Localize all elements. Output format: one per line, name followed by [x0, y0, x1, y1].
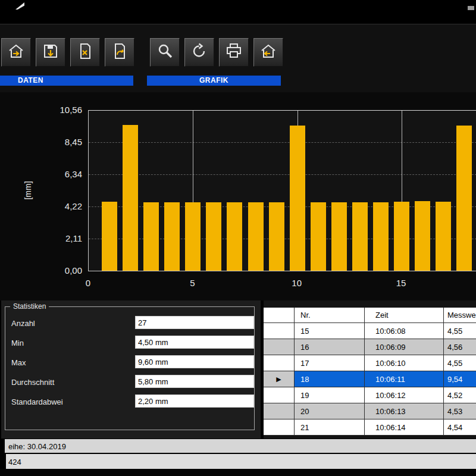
- stat-row: Durchschnitt: [5, 373, 254, 393]
- cell-zeit[interactable]: 10:06:14: [365, 419, 444, 436]
- row-selector[interactable]: ▶: [264, 371, 295, 387]
- h-gridline: [89, 142, 476, 143]
- min-label: Min: [11, 339, 24, 347]
- chart-bar: [185, 202, 201, 271]
- statistics-panel: Statistiken AnzahlMinMaxDurchschnittStan…: [1, 300, 261, 439]
- table-row[interactable]: 1910:06:124,52: [264, 387, 476, 403]
- column-header-nr[interactable]: Nr.: [295, 308, 365, 323]
- logo-mark: [15, 2, 24, 10]
- max-label: Max: [11, 358, 26, 367]
- save-icon: [42, 42, 60, 62]
- stat-row: Min: [5, 334, 254, 353]
- save-data-button[interactable]: [36, 38, 65, 67]
- status-text: eihe: 30.04.2019: [8, 441, 66, 450]
- max-input[interactable]: [135, 355, 254, 368]
- chart-bar: [227, 202, 242, 271]
- table-row[interactable]: 2110:06:144,54: [264, 419, 476, 436]
- y-tick-label: 2,11: [0, 233, 83, 244]
- statistics-groupbox: Statistiken AnzahlMinMaxDurchschnittStan…: [5, 306, 255, 430]
- chart-plot: [88, 110, 476, 271]
- chart-bar: [394, 202, 409, 271]
- row-selector[interactable]: [264, 355, 295, 371]
- durchschnitt-label: Durchschnitt: [11, 378, 54, 387]
- chart-bar: [164, 202, 180, 271]
- refresh-button[interactable]: [184, 38, 214, 67]
- cell-zeit[interactable]: 10:06:11: [365, 371, 444, 387]
- cell-nr[interactable]: 21: [295, 419, 365, 436]
- cell-zeit[interactable]: 10:06:09: [365, 339, 444, 355]
- cell-messwert[interactable]: 4,55: [444, 323, 476, 339]
- window-corner-mark: [468, 6, 474, 10]
- cell-zeit[interactable]: 10:06:12: [365, 387, 444, 403]
- document-edit-icon: [111, 42, 129, 62]
- row-selector[interactable]: [264, 339, 295, 355]
- chart-bar: [248, 202, 264, 271]
- cell-zeit[interactable]: 10:06:13: [365, 403, 444, 419]
- cell-messwert[interactable]: 4,53: [444, 403, 476, 419]
- grid-header-row: Nr.ZeitMesswert: [264, 308, 476, 323]
- zoom-button[interactable]: [150, 38, 180, 67]
- cell-zeit[interactable]: 10:06:10: [365, 355, 444, 371]
- cell-nr[interactable]: 20: [295, 403, 365, 419]
- chart-bar: [102, 202, 117, 271]
- chart-bar: [373, 202, 389, 271]
- cell-messwert[interactable]: 4,54: [444, 419, 476, 436]
- y-tick-label: 6,34: [0, 169, 83, 180]
- status-bar: eihe: 30.04.2019: [0, 439, 476, 453]
- cell-nr[interactable]: 19: [295, 387, 365, 403]
- row-selector[interactable]: [264, 419, 295, 436]
- stat-row: Standardabwei: [5, 393, 254, 412]
- h-gridline: [89, 110, 476, 111]
- grafik-button-group: [150, 38, 283, 67]
- daten-button-group: [1, 38, 134, 67]
- row-selector[interactable]: [264, 323, 295, 339]
- delete-record-button[interactable]: [70, 38, 100, 67]
- h-gridline: [89, 174, 476, 175]
- document-delete-icon: [76, 42, 94, 62]
- cell-messwert[interactable]: 4,55: [444, 355, 476, 371]
- grafik-group-label: GRAFIK: [147, 76, 281, 86]
- print-button[interactable]: [219, 38, 249, 67]
- chart-area: [mm] 0,002,114,226,348,4510,56051015: [0, 92, 476, 300]
- table-row[interactable]: 1610:06:094,56: [264, 339, 476, 355]
- row-selector[interactable]: [264, 403, 295, 419]
- x-tick-label: 10: [282, 278, 312, 288]
- footer-text: 424: [8, 457, 21, 466]
- table-row[interactable]: 1510:06:084,55: [264, 323, 476, 339]
- cell-zeit[interactable]: 10:06:08: [365, 323, 444, 339]
- table-row[interactable]: 1710:06:104,55: [264, 355, 476, 371]
- statistics-fields: AnzahlMinMaxDurchschnittStandardabwei: [5, 314, 254, 412]
- durchschnitt-input[interactable]: [135, 375, 254, 388]
- toolbar: DATEN GRAFIK: [0, 24, 476, 92]
- footer-left-notch: [0, 454, 6, 469]
- grid-corner: [264, 308, 295, 323]
- y-tick-label: 0,00: [0, 265, 83, 276]
- cell-nr[interactable]: 18: [295, 371, 365, 387]
- import-data-button[interactable]: [1, 38, 31, 67]
- x-tick-label: 5: [177, 278, 207, 288]
- app-window: DATEN GRAFIK [mm] 0,002,114,226,348,4510…: [0, 0, 476, 476]
- export-graphic-button[interactable]: [253, 38, 283, 67]
- cell-messwert[interactable]: 4,56: [444, 339, 476, 355]
- row-selector[interactable]: [264, 387, 295, 403]
- cell-nr[interactable]: 15: [295, 323, 365, 339]
- cell-messwert[interactable]: 9,54: [444, 371, 476, 387]
- chart-bar: [352, 202, 368, 271]
- min-input[interactable]: [135, 336, 254, 349]
- edit-record-button[interactable]: [105, 38, 134, 67]
- table-row[interactable]: 2010:06:134,53: [264, 403, 476, 419]
- column-header-zeit[interactable]: Zeit: [365, 308, 444, 323]
- y-tick-label: 4,22: [0, 201, 83, 212]
- cell-messwert[interactable]: 4,52: [444, 387, 476, 403]
- chart-bar: [456, 126, 472, 271]
- standardabweichung-input[interactable]: [135, 394, 254, 408]
- titlebar: [0, 0, 476, 24]
- cell-nr[interactable]: 16: [295, 339, 365, 355]
- column-header-messwert[interactable]: Messwert: [444, 308, 476, 323]
- measurement-table-panel: Nr.ZeitMesswert1510:06:084,551610:06:094…: [264, 300, 476, 439]
- cell-nr[interactable]: 17: [295, 355, 365, 371]
- chart-bar: [436, 202, 451, 271]
- table-row[interactable]: ▶1810:06:119,54: [264, 371, 476, 387]
- chart-bar: [311, 202, 326, 271]
- anzahl-input[interactable]: [135, 316, 254, 329]
